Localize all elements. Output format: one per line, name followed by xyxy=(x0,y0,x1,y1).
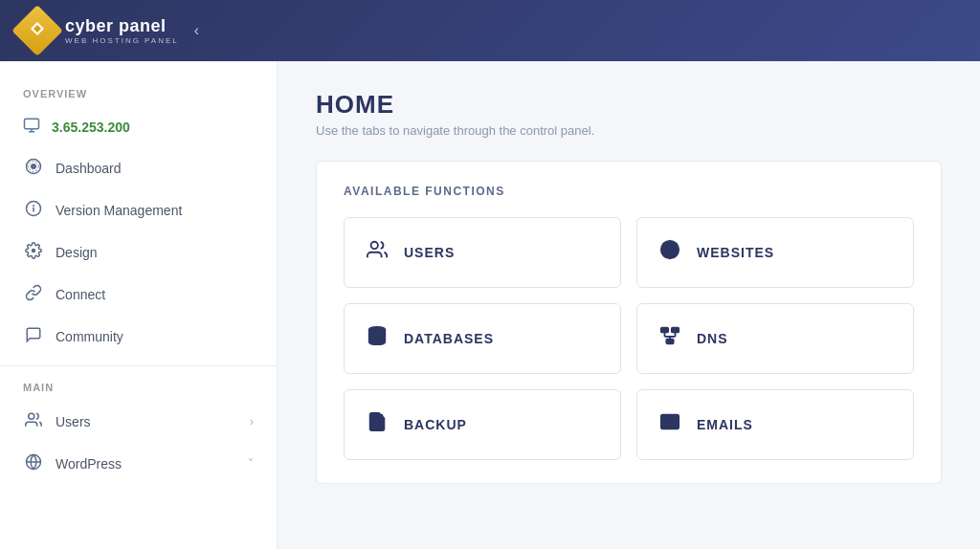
svg-point-14 xyxy=(371,242,378,249)
function-btn-backup[interactable]: BACKUP xyxy=(344,389,621,460)
logo-sub-text: WEB HOSTING PANEL xyxy=(65,36,179,45)
monitor-icon xyxy=(23,117,40,138)
websites-fn-label: WEBSITES xyxy=(697,245,774,260)
database-fn-icon xyxy=(364,325,390,352)
logo-diamond xyxy=(11,5,63,56)
page-title: HOME xyxy=(316,90,942,120)
svg-point-6 xyxy=(31,164,36,169)
sidebar-item-dashboard[interactable]: Dashboard xyxy=(0,147,277,189)
sidebar-label-connect: Connect xyxy=(56,287,254,302)
svg-rect-20 xyxy=(666,340,673,344)
sidebar-item-wordpress[interactable]: WordPress ˅ xyxy=(0,443,277,485)
svg-rect-2 xyxy=(25,119,39,129)
svg-point-11 xyxy=(32,249,36,253)
users-fn-label: USERS xyxy=(404,245,455,260)
function-btn-databases[interactable]: DATABASES xyxy=(344,303,621,374)
sidebar-label-version: Version Management xyxy=(56,203,254,218)
logo: cyber panel WEB HOSTING PANEL xyxy=(19,12,179,49)
logo-main-text: cyber panel xyxy=(65,16,179,36)
link-icon xyxy=(23,284,44,305)
users-fn-icon xyxy=(364,239,390,266)
sidebar-divider xyxy=(0,365,277,366)
dns-fn-icon xyxy=(657,325,683,352)
email-fn-icon xyxy=(657,411,683,438)
logo-symbol xyxy=(29,20,46,41)
main-content: HOME Use the tabs to navigate through th… xyxy=(278,61,980,549)
users-arrow-icon: › xyxy=(250,415,254,428)
databases-fn-label: DATABASES xyxy=(404,331,494,346)
main-layout: OVERVIEW 3.65.253.200 Dashboard xyxy=(0,61,980,549)
function-btn-users[interactable]: USERS xyxy=(344,217,621,288)
svg-rect-18 xyxy=(661,328,668,333)
sidebar: OVERVIEW 3.65.253.200 Dashboard xyxy=(0,61,278,549)
sidebar-label-dashboard: Dashboard xyxy=(56,161,254,176)
sidebar-toggle-icon[interactable]: ‹ xyxy=(194,22,199,39)
svg-rect-27 xyxy=(374,417,380,426)
dashboard-icon xyxy=(23,158,44,179)
wordpress-icon xyxy=(23,453,44,474)
backup-fn-icon xyxy=(364,411,390,438)
info-icon xyxy=(23,200,44,221)
main-section-label: MAIN xyxy=(0,374,277,401)
dns-fn-label: DNS xyxy=(697,331,728,346)
sidebar-ip[interactable]: 3.65.253.200 xyxy=(0,107,277,147)
sidebar-label-community: Community xyxy=(56,329,254,344)
function-btn-dns[interactable]: DNS xyxy=(636,303,914,374)
users-icon xyxy=(23,411,44,432)
globe-fn-icon xyxy=(657,239,683,266)
chat-icon xyxy=(23,326,44,347)
app-header: cyber panel WEB HOSTING PANEL ‹ xyxy=(0,0,980,61)
ip-address: 3.65.253.200 xyxy=(52,120,130,135)
svg-rect-19 xyxy=(672,328,679,333)
wordpress-arrow-icon: ˅ xyxy=(248,457,254,471)
overview-section-label: OVERVIEW xyxy=(0,80,277,107)
logo-text: cyber panel WEB HOSTING PANEL xyxy=(65,16,179,45)
available-functions-label: AVAILABLE FUNCTIONS xyxy=(344,185,914,198)
page-subtitle: Use the tabs to navigate through the con… xyxy=(316,123,942,138)
function-btn-websites[interactable]: WEBSITES xyxy=(636,217,914,288)
sidebar-label-wordpress: WordPress xyxy=(56,456,236,472)
sidebar-item-connect[interactable]: Connect xyxy=(0,274,277,316)
functions-card: AVAILABLE FUNCTIONS USERS xyxy=(316,161,942,484)
emails-fn-label: EMAILS xyxy=(697,417,753,432)
backup-fn-label: BACKUP xyxy=(404,417,467,432)
sidebar-item-version[interactable]: Version Management xyxy=(0,189,277,231)
sidebar-label-users: Users xyxy=(56,414,238,429)
svg-point-12 xyxy=(29,413,34,419)
sidebar-item-users[interactable]: Users › xyxy=(0,401,277,443)
functions-grid: USERS WEBSITES xyxy=(344,217,914,460)
sidebar-item-design[interactable]: Design xyxy=(0,231,277,274)
gear-icon xyxy=(23,242,44,263)
sidebar-item-community[interactable]: Community xyxy=(0,316,277,358)
function-btn-emails[interactable]: EMAILS xyxy=(636,389,914,460)
sidebar-label-design: Design xyxy=(56,245,254,260)
